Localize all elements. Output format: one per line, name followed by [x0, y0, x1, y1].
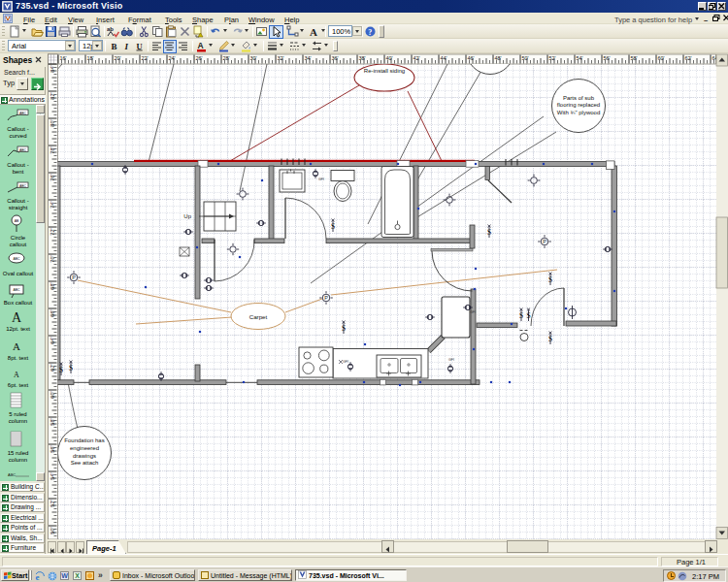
svg-text:30': 30' — [250, 55, 257, 61]
svg-text:e: e — [36, 571, 40, 581]
svg-text:48': 48' — [495, 55, 502, 61]
svg-text:68': 68' — [50, 283, 55, 290]
svg-text:Parts of sub: Parts of sub — [563, 95, 595, 101]
svg-text:See attach: See attach — [71, 460, 99, 466]
svg-text:GFI: GFI — [448, 358, 454, 362]
svg-text:U: U — [137, 42, 143, 51]
svg-text:A: A — [12, 310, 22, 325]
svg-text:P: P — [72, 275, 76, 280]
svg-text:ABC: ABC — [19, 184, 27, 188]
svg-text:74': 74' — [50, 202, 55, 209]
svg-text:64': 64' — [50, 338, 55, 344]
svg-text:84': 84' — [50, 66, 55, 73]
svg-text:Carpet: Carpet — [249, 313, 268, 320]
svg-text:52': 52' — [549, 55, 556, 61]
svg-text:Re-install siding: Re-install siding — [364, 68, 405, 74]
svg-text:P: P — [324, 295, 328, 301]
svg-text:S: S — [342, 324, 346, 333]
svg-text:56': 56' — [50, 446, 55, 453]
svg-text:56': 56' — [604, 55, 611, 61]
svg-text:GFI: GFI — [318, 178, 324, 181]
svg-text:GFI: GFI — [470, 310, 476, 314]
svg-text:60': 60' — [50, 392, 55, 399]
svg-text:ABC: ABC — [13, 257, 20, 261]
svg-text:62': 62' — [685, 55, 692, 61]
svg-text:54': 54' — [50, 473, 55, 480]
svg-text:60': 60' — [658, 55, 665, 61]
svg-text:58': 58' — [631, 55, 638, 61]
svg-text:50': 50' — [50, 528, 55, 534]
svg-text:flooring replaced: flooring replaced — [557, 102, 600, 108]
svg-text:66': 66' — [50, 310, 55, 317]
svg-text:S: S — [519, 311, 523, 320]
svg-text:82': 82' — [50, 93, 55, 100]
svg-text:46': 46' — [468, 55, 475, 61]
svg-text:50': 50' — [522, 55, 529, 61]
svg-text:52': 52' — [50, 501, 55, 507]
svg-text:ABC: ABC — [19, 112, 27, 115]
svg-text:S: S — [526, 311, 530, 320]
svg-text:ABC: ABC — [19, 148, 27, 152]
svg-text:Up: Up — [183, 213, 191, 219]
svg-text:28': 28' — [223, 55, 230, 61]
svg-text:A: A — [198, 41, 204, 50]
svg-text:S: S — [59, 366, 63, 374]
svg-text:P: P — [543, 239, 546, 244]
svg-text:GFI: GFI — [343, 360, 348, 364]
svg-text:44': 44' — [441, 55, 447, 61]
svg-text:40': 40' — [386, 55, 393, 61]
svg-text:Foundation has: Foundation has — [64, 437, 104, 443]
svg-text:78': 78' — [50, 147, 55, 154]
svg-text:22': 22' — [142, 55, 149, 61]
svg-text:34': 34' — [305, 55, 312, 61]
svg-text:24': 24' — [169, 55, 176, 61]
svg-text:S: S — [487, 228, 491, 237]
svg-text:S: S — [331, 222, 335, 231]
svg-text:58': 58' — [50, 419, 55, 426]
svg-text:S: S — [69, 364, 73, 372]
svg-text:42': 42' — [414, 55, 420, 61]
svg-text:B: B — [112, 42, 117, 51]
svg-text:ABC: ABC — [13, 288, 20, 292]
svg-text:80': 80' — [50, 120, 55, 127]
svg-text:With ¾" plywood: With ¾" plywood — [557, 110, 600, 115]
svg-text:S: S — [548, 335, 552, 343]
svg-text:32': 32' — [278, 55, 284, 61]
svg-text:A: A — [14, 371, 19, 379]
svg-text:76': 76' — [50, 175, 55, 181]
svg-text:ABC: ABC — [8, 472, 16, 477]
svg-text:16': 16' — [60, 55, 67, 61]
svg-text:26': 26' — [196, 55, 203, 61]
svg-text:72': 72' — [50, 229, 55, 236]
svg-text:38': 38' — [359, 55, 366, 61]
svg-text:A: A — [13, 340, 20, 352]
svg-text:20': 20' — [115, 55, 121, 61]
svg-text:A: A — [310, 26, 317, 38]
svg-text:18': 18' — [87, 55, 94, 61]
svg-text:AB: AB — [15, 219, 19, 223]
svg-text:62': 62' — [50, 365, 55, 372]
svg-text:54': 54' — [577, 55, 583, 61]
svg-text:?: ? — [368, 28, 372, 37]
svg-text:70': 70' — [50, 256, 55, 263]
svg-text:36': 36' — [332, 55, 339, 61]
svg-text:S: S — [548, 275, 552, 284]
svg-text:engineered: engineered — [70, 445, 99, 451]
svg-text:drawings: drawings — [73, 453, 96, 459]
svg-text:I: I — [124, 42, 129, 51]
